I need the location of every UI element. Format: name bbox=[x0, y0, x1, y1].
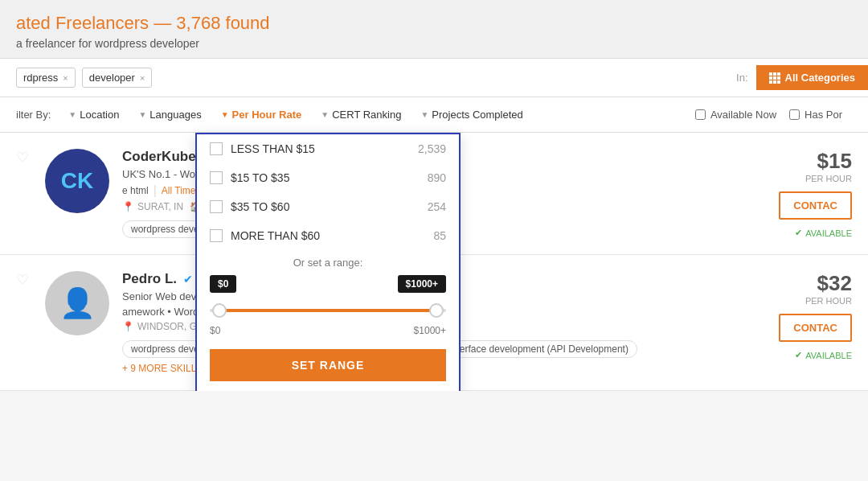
avatar-ck: CK bbox=[45, 149, 109, 213]
check-icon: ✔ bbox=[795, 350, 802, 360]
location-icon: 📍 bbox=[122, 321, 134, 332]
set-range-button[interactable]: SET RANGE bbox=[210, 349, 446, 381]
filter-languages-label: Languages bbox=[149, 109, 201, 121]
tag-label: developer bbox=[89, 72, 135, 84]
range-max-label: $1000+ bbox=[414, 325, 446, 336]
results-title: ated Freelancers — 3,768 found bbox=[16, 13, 852, 34]
filter-cert-ranking[interactable]: ▼ CERT Ranking bbox=[313, 104, 409, 125]
available-text: AVAILABLE bbox=[805, 228, 852, 238]
chevron-down-icon: ▼ bbox=[138, 110, 146, 119]
available-badge: ✔ AVAILABLE bbox=[795, 228, 852, 238]
available-text: AVAILABLE bbox=[805, 351, 852, 360]
range-slider[interactable] bbox=[197, 293, 459, 325]
tag-label: rdpress bbox=[23, 72, 58, 84]
option-count: 254 bbox=[428, 200, 446, 213]
available-badge: ✔ AVAILABLE bbox=[795, 350, 852, 360]
range-min-pill: $0 bbox=[210, 275, 236, 293]
list-item[interactable]: LESS THAN $15 2,539 bbox=[197, 134, 459, 163]
option-label: MORE THAN $60 bbox=[231, 229, 320, 242]
filter-location-label: Location bbox=[80, 109, 119, 121]
range-thumb-left[interactable] bbox=[212, 303, 227, 318]
has-por-filter[interactable]: Has Por bbox=[789, 109, 842, 121]
option-left: $35 TO $60 bbox=[210, 200, 289, 213]
heart-icon[interactable]: ♡ bbox=[16, 271, 29, 374]
verified-icon: ✔ bbox=[183, 273, 193, 286]
range-track bbox=[210, 309, 446, 312]
price-label: PER HOUR bbox=[805, 296, 852, 306]
chevron-down-icon: ▼ bbox=[221, 110, 229, 119]
heart-icon[interactable]: ♡ bbox=[16, 149, 29, 238]
in-label: In: bbox=[736, 72, 755, 84]
tag-wordpress[interactable]: rdpress × bbox=[16, 68, 76, 88]
checkbox-less-15[interactable] bbox=[210, 142, 223, 155]
range-labels: $0 $1000+ bbox=[197, 275, 459, 293]
title-suffix: found bbox=[226, 13, 270, 33]
available-now-filter[interactable]: Available Now bbox=[695, 109, 776, 121]
contact-button[interactable]: CONTAC bbox=[779, 314, 852, 342]
range-divider-text: Or set a range: bbox=[197, 250, 459, 275]
search-subtitle: a freelancer for wordpress developer bbox=[16, 37, 852, 50]
tag-close-developer[interactable]: × bbox=[140, 73, 145, 83]
avatar: CK bbox=[45, 149, 109, 213]
filter-per-hour-label: Per Hour Rate bbox=[232, 109, 302, 121]
option-label: $35 TO $60 bbox=[231, 200, 289, 213]
price-label: PER HOUR bbox=[805, 174, 852, 183]
range-thumb-right[interactable] bbox=[429, 303, 444, 318]
filter-location[interactable]: ▼ Location bbox=[60, 104, 127, 125]
grid-icon bbox=[769, 72, 780, 84]
title-prefix: ated Freelancers — bbox=[16, 13, 171, 33]
price-display: $32 PER HOUR bbox=[805, 271, 852, 306]
available-now-checkbox[interactable] bbox=[695, 109, 706, 120]
tag-developer[interactable]: developer × bbox=[82, 68, 153, 88]
filter-cert-label: CERT Ranking bbox=[332, 109, 401, 121]
chevron-down-icon: ▼ bbox=[420, 110, 428, 119]
option-left: MORE THAN $60 bbox=[210, 229, 320, 242]
page-header: ated Freelancers — 3,768 found a freelan… bbox=[0, 0, 868, 59]
list-item[interactable]: $35 TO $60 254 bbox=[197, 192, 459, 221]
range-max-pill: $1000+ bbox=[398, 275, 446, 293]
has-por-checkbox[interactable] bbox=[789, 109, 800, 120]
option-count: 2,539 bbox=[418, 142, 446, 155]
avatar: 👤 bbox=[45, 271, 109, 335]
checkbox-more-60[interactable] bbox=[210, 229, 223, 242]
list-item[interactable]: MORE THAN $60 85 bbox=[197, 221, 459, 250]
location-text: WINDSOR, GB bbox=[137, 321, 203, 332]
price-display: $15 PER HOUR bbox=[805, 149, 852, 183]
results-count: 3,768 bbox=[176, 13, 220, 33]
checkbox-35-60[interactable] bbox=[210, 200, 223, 213]
option-left: LESS THAN $15 bbox=[210, 142, 315, 155]
card-right: $32 PER HOUR CONTAC ✔ AVAILABLE bbox=[739, 271, 852, 374]
checkbox-15-35[interactable] bbox=[210, 171, 223, 184]
available-now-label: Available Now bbox=[710, 109, 776, 121]
html-link[interactable]: e html bbox=[122, 185, 149, 196]
price-amount: $32 bbox=[805, 271, 852, 296]
option-left: $15 TO $35 bbox=[210, 171, 289, 184]
option-count: 890 bbox=[428, 171, 446, 184]
avatar-pedro: 👤 bbox=[45, 271, 109, 335]
per-hour-rate-dropdown: LESS THAN $15 2,539 $15 TO $35 890 $35 T… bbox=[195, 133, 461, 391]
range-min-max-labels: $0 $1000+ bbox=[197, 325, 459, 343]
contact-button[interactable]: CONTAC bbox=[779, 191, 852, 220]
chevron-down-icon: ▼ bbox=[321, 110, 329, 119]
list-item[interactable]: $15 TO $35 890 bbox=[197, 163, 459, 192]
filter-projects-completed[interactable]: ▼ Projects Completed bbox=[412, 104, 530, 125]
price-amount: $15 bbox=[805, 149, 852, 174]
categories-button[interactable]: All Categories bbox=[756, 65, 868, 90]
range-fill bbox=[219, 309, 437, 312]
option-label: $15 TO $35 bbox=[231, 171, 289, 184]
location-icon: 📍 bbox=[122, 201, 134, 212]
content-area: ♡ CK CoderKube T. UK'S No.1 - Wordpre...… bbox=[0, 133, 868, 391]
filter-bar: ilter By: ▼ Location ▼ Languages ▼ Per H… bbox=[0, 97, 868, 133]
freelancer-name: Pedro L. bbox=[122, 271, 177, 287]
option-label: LESS THAN $15 bbox=[231, 142, 315, 155]
tag-close-wordpress[interactable]: × bbox=[63, 73, 68, 83]
filter-languages[interactable]: ▼ Languages bbox=[130, 104, 209, 125]
range-min-label: $0 bbox=[210, 325, 220, 336]
filter-projects-label: Projects Completed bbox=[432, 109, 522, 121]
filter-per-hour-rate[interactable]: ▼ Per Hour Rate bbox=[213, 104, 310, 125]
location-text: SURAT, IN bbox=[137, 201, 183, 212]
filter-by-label: ilter By: bbox=[16, 109, 51, 121]
check-icon: ✔ bbox=[795, 228, 802, 238]
separator: | bbox=[154, 183, 157, 198]
search-bar: rdpress × developer × In: All Categories bbox=[0, 59, 868, 97]
